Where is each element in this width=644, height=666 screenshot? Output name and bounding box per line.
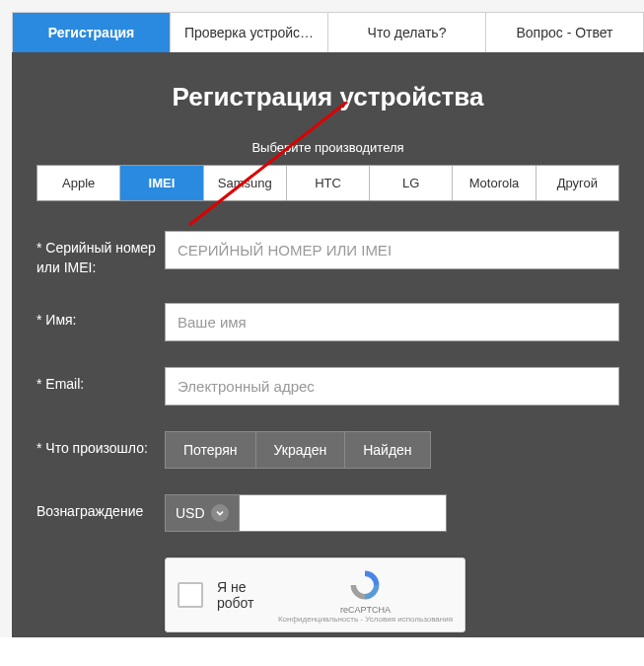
content-panel: Регистрация устройства Выберите производ… — [12, 52, 644, 637]
name-label: * Имя: — [36, 303, 165, 331]
recaptcha-terms: Конфиденциальность - Условия использован… — [278, 615, 453, 624]
email-input[interactable] — [165, 367, 619, 406]
tab-faq[interactable]: Вопрос - Ответ — [486, 13, 643, 52]
chevron-down-icon — [211, 504, 229, 522]
maker-other[interactable]: Другой — [537, 166, 618, 200]
recaptcha-checkbox[interactable] — [178, 582, 203, 608]
serial-label: * Серийный номер или IMEI: — [36, 231, 165, 277]
name-input[interactable] — [165, 303, 619, 341]
recaptcha-logo-icon — [347, 567, 383, 603]
reward-label: Вознаграждение — [36, 494, 165, 522]
maker-tabs: Apple IMEI Samsung HTC LG Motorola Друго… — [36, 165, 619, 201]
option-found[interactable]: Найден — [345, 431, 430, 469]
option-stolen[interactable]: Украден — [256, 431, 346, 469]
recaptcha-brand: reCAPTCHA — [278, 605, 453, 615]
what-happened-group: Потерян Украден Найден — [165, 431, 619, 469]
maker-samsung[interactable]: Samsung — [204, 166, 287, 200]
svg-line-0 — [189, 102, 347, 225]
maker-imei[interactable]: IMEI — [120, 166, 203, 200]
currency-select[interactable]: USD — [165, 494, 240, 532]
maker-htc[interactable]: HTC — [287, 166, 370, 200]
reward-input[interactable] — [240, 494, 447, 532]
recaptcha-label: Я не робот — [217, 579, 278, 611]
maker-motorola[interactable]: Motorola — [453, 166, 536, 200]
tab-check-device[interactable]: Проверка устройс… — [171, 13, 328, 52]
currency-value: USD — [176, 505, 205, 521]
option-lost[interactable]: Потерян — [165, 431, 256, 469]
email-label: * Email: — [36, 367, 165, 395]
main-tabs: Регистрация Проверка устройс… Что делать… — [12, 12, 644, 52]
serial-input[interactable] — [165, 231, 619, 269]
tab-registration[interactable]: Регистрация — [13, 13, 171, 52]
page-title: Регистрация устройства — [36, 82, 619, 112]
tab-what-to-do[interactable]: Что делать? — [328, 13, 486, 52]
maker-lg[interactable]: LG — [370, 166, 453, 200]
registration-form: * Серийный номер или IMEI: * Имя: * Emai… — [36, 231, 619, 632]
what-label: * Что произошло: — [36, 431, 165, 459]
maker-apple[interactable]: Apple — [37, 166, 120, 200]
recaptcha-widget: Я не робот reCAPTCHA Конфиденциальность … — [165, 557, 465, 632]
maker-subtitle: Выберите производителя — [36, 140, 619, 155]
